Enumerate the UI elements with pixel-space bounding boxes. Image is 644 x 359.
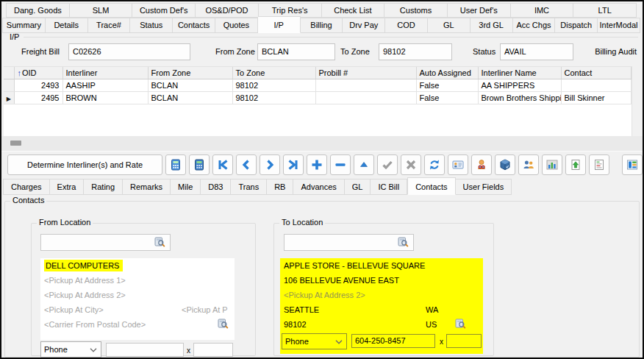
tab-os-d-pod[interactable]: OS&D/POD <box>196 3 259 18</box>
column-header-oid[interactable]: ↑OID <box>14 67 62 79</box>
tab-billing[interactable]: Billing <box>301 18 343 33</box>
subtab-advances[interactable]: Advances <box>293 179 344 195</box>
cell-from-zone[interactable]: BCLAN <box>148 79 232 92</box>
from-postal-placeholder[interactable]: <Carrier From Postal Code> <box>44 320 146 329</box>
subtab-trans[interactable]: Trans <box>231 179 267 195</box>
subtab-rb[interactable]: RB <box>267 179 293 195</box>
subtab-ic-bill[interactable]: IC Bill <box>371 179 407 195</box>
tab-drv-pay[interactable]: Drv Pay <box>343 18 385 33</box>
to-address1[interactable]: 106 BELLEVUE AVENUE EAST <box>280 273 483 288</box>
summary-grid-button[interactable] <box>622 154 643 175</box>
users-button[interactable] <box>518 154 539 175</box>
to-location-name[interactable]: APPLE STORE - BELLEVUE SQUARE <box>280 258 483 273</box>
tab-custom-def-s[interactable]: Custom Def's <box>132 3 196 18</box>
tab-ltl[interactable]: LTL <box>573 3 637 18</box>
tab-status[interactable]: Status <box>130 18 173 33</box>
subtab-user-fields[interactable]: User Fields <box>456 179 512 195</box>
package-button[interactable] <box>495 154 515 175</box>
tab-trace[interactable]: Trace# <box>88 18 131 33</box>
column-header-interliner-name[interactable]: Interliner Name <box>478 67 561 79</box>
next-record-button[interactable] <box>260 154 280 175</box>
tab-dang-goods[interactable]: Dang. Goods <box>6 3 70 18</box>
grid-row[interactable]: 2493AASHIPBCLAN98102FalseAA SHIPPERS <box>4 79 631 92</box>
to-address2-placeholder[interactable]: <Pickup At Address 2> <box>280 288 483 302</box>
tab-contacts[interactable]: Contacts <box>173 18 215 33</box>
to-location-search-input[interactable] <box>284 234 414 251</box>
report-button[interactable] <box>589 154 609 175</box>
to-phone-input[interactable]: 604-250-8457 <box>351 334 435 348</box>
cell-oid[interactable]: 2493 <box>14 79 62 92</box>
billing-audit-label[interactable]: Billing Audit <box>595 47 637 56</box>
accept-button[interactable] <box>377 154 398 175</box>
collapse-button[interactable] <box>354 154 374 175</box>
grid-row[interactable]: ▶2495BROWNBCLAN98102FalseBrown Brothers … <box>4 92 631 104</box>
subtab-rating[interactable]: Rating <box>84 179 123 195</box>
calculator-button[interactable] <box>165 154 186 175</box>
to-zone-field[interactable]: 98102 <box>379 43 452 60</box>
row-selector-cell[interactable]: ▶ <box>4 92 14 104</box>
to-phone-type-dropdown[interactable]: Phone <box>282 333 347 349</box>
find-person-button[interactable] <box>471 154 492 175</box>
contact-card-button[interactable] <box>448 154 468 175</box>
lookup-icon[interactable] <box>154 237 165 248</box>
to-country[interactable]: US <box>426 317 437 332</box>
tab-quotes[interactable]: Quotes <box>215 18 258 33</box>
subtab-extra[interactable]: Extra <box>50 179 85 195</box>
from-address1-placeholder[interactable]: <Pickup At Address 1> <box>40 273 235 288</box>
subtab-charges[interactable]: Charges <box>3 179 50 195</box>
tab-cod[interactable]: COD <box>385 18 428 33</box>
from-ext-input[interactable] <box>193 343 233 357</box>
to-ext-input[interactable] <box>446 334 482 348</box>
tab-3rd-gl[interactable]: 3rd GL <box>471 18 513 33</box>
cell-auto-assigned[interactable]: False <box>416 92 478 104</box>
column-header-contact[interactable]: Contact <box>561 67 631 79</box>
to-postal[interactable]: 98102 <box>284 320 307 329</box>
cell-probill[interactable] <box>315 79 416 92</box>
tab-check-list[interactable]: Check List <box>322 3 385 18</box>
delete-record-button[interactable] <box>330 154 351 175</box>
row-selector-cell[interactable] <box>4 79 14 92</box>
tab-imc[interactable]: IMC <box>511 3 574 18</box>
cell-contact[interactable]: Bill Skinner <box>561 92 631 104</box>
cell-to-zone[interactable]: 98102 <box>232 92 315 104</box>
add-record-button[interactable] <box>307 154 327 175</box>
lookup-icon[interactable] <box>455 319 466 330</box>
lookup-icon[interactable] <box>398 237 409 248</box>
cell-interliner[interactable]: AASHIP <box>62 79 148 92</box>
tab-user-def-s[interactable]: User Def's <box>448 3 511 18</box>
last-record-button[interactable] <box>283 154 304 175</box>
tab-customs[interactable]: Customs <box>384 3 448 18</box>
tab-summary[interactable]: Summary <box>2 18 46 33</box>
previous-record-button[interactable] <box>236 154 257 175</box>
cell-from-zone[interactable]: BCLAN <box>148 92 232 104</box>
cell-probill[interactable] <box>315 92 416 104</box>
scrollbar-thumb[interactable] <box>10 141 21 146</box>
from-province-placeholder[interactable]: <Pickup At P <box>182 302 233 317</box>
subtab-contacts[interactable]: Contacts <box>407 177 455 195</box>
tab-dispatch[interactable]: Dispatch <box>555 18 598 33</box>
from-city-placeholder[interactable]: <Pickup At City> <box>44 305 104 314</box>
cell-interliner[interactable]: BROWN <box>62 92 148 104</box>
column-header-to-zone[interactable]: To Zone <box>232 67 315 79</box>
subtab-remarks[interactable]: Remarks <box>123 179 171 195</box>
chart-button[interactable] <box>542 154 562 175</box>
first-record-button[interactable] <box>212 154 233 175</box>
cell-interliner-name[interactable]: Brown Brothers Shippin <box>478 92 561 104</box>
subtab-mile[interactable]: Mile <box>171 179 201 195</box>
tab-trip-res-s[interactable]: Trip Res's <box>259 3 322 18</box>
tab-gl[interactable]: GL <box>428 18 471 33</box>
subtab-gl[interactable]: GL <box>345 179 371 195</box>
horizontal-scrollbar[interactable] <box>1 136 643 151</box>
column-header-interliner[interactable]: Interliner <box>62 67 148 79</box>
subtab-d83[interactable]: D83 <box>201 179 231 195</box>
cancel-button[interactable] <box>401 154 421 175</box>
from-phone-input[interactable] <box>106 343 184 357</box>
tab-acc-chgs[interactable]: Acc Chgs <box>513 18 556 33</box>
determine-interliner-rate-button[interactable]: Determine Interliner(s) and Rate <box>7 154 162 175</box>
status-field[interactable]: AVAIL <box>500 43 573 60</box>
from-zone-field[interactable]: BCLAN <box>257 43 335 60</box>
from-location-name[interactable]: DELL COMPUTERS <box>44 260 123 271</box>
to-province[interactable]: WA <box>426 302 438 317</box>
tab-details[interactable]: Details <box>46 18 88 33</box>
tab-intermodal[interactable]: InterModal <box>598 18 640 33</box>
